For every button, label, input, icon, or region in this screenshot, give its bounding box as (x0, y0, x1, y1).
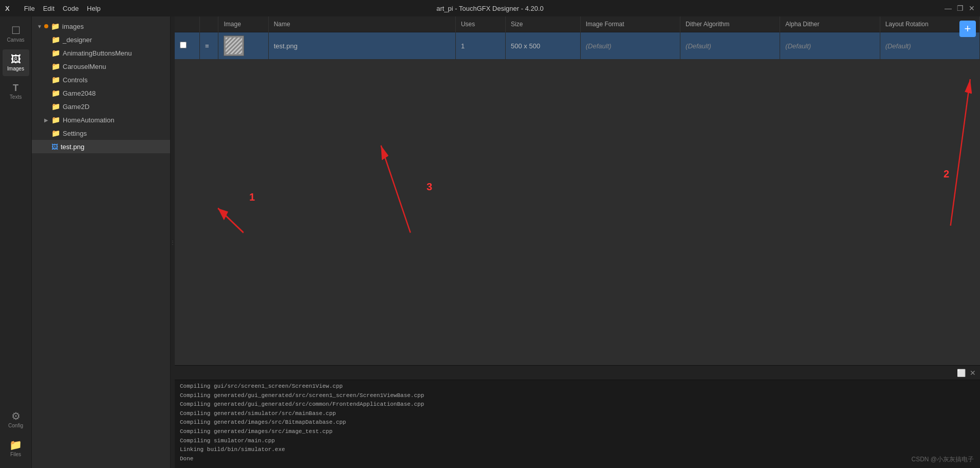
annotation-2: 2 (944, 168, 949, 180)
images-icon: 🖼 (11, 54, 21, 64)
console-line-9: Done (180, 455, 975, 464)
table-area: + Image Name Uses Size Image Format Dith… (175, 16, 980, 365)
tree-label-game2d: Game2D (63, 103, 89, 111)
canvas-icon: ☐ (11, 25, 21, 35)
minimize-button[interactable]: — (945, 4, 952, 12)
svg-line-1 (218, 208, 244, 232)
tree-item-settings[interactable]: 📁 Settings (32, 127, 170, 140)
menu-code[interactable]: Code (63, 5, 79, 12)
tree-sidebar: ▼ 📁 images 📁 _designer 📁 AnimatingButton… (32, 16, 171, 468)
tree-item-images-root[interactable]: ▼ 📁 images (32, 20, 170, 33)
cell-alpha[interactable]: (Default) (780, 32, 880, 60)
window-controls: — ❐ ✕ (945, 4, 975, 12)
tree-item-designer[interactable]: 📁 _designer (32, 33, 170, 46)
console-line-1: Compiling gui/src/screen1_screen/Screen1… (180, 382, 975, 391)
col-header-drag (200, 16, 218, 32)
content-area: + Image Name Uses Size Image Format Dith… (175, 16, 980, 468)
col-header-uses: Uses (455, 16, 505, 32)
col-header-name: Name (268, 16, 455, 32)
nav-images[interactable]: 🖼 Images (3, 49, 29, 76)
annotation-1: 1 (249, 191, 255, 203)
tree-label-game2048: Game2048 (63, 89, 96, 97)
annotation-overlay (175, 16, 980, 365)
folder-icon-settings: 📁 (51, 129, 60, 137)
col-header-alpha: Alpha Dither (780, 16, 880, 32)
tree-item-game2048[interactable]: 📁 Game2048 (32, 86, 170, 100)
folder-icon-controls: 📁 (51, 76, 60, 84)
dither-value: (Default) (686, 42, 711, 50)
console: ⬜ ✕ Compiling gui/src/screen1_screen/Scr… (175, 365, 980, 468)
cell-format[interactable]: (Default) (580, 32, 680, 60)
menu-bar: X File Edit Code Help (5, 5, 101, 12)
nav-files[interactable]: 📁 Files (3, 435, 29, 462)
main-layout: ☐ Canvas 🖼 Images T Texts ⚙ Config 📁 Fil… (0, 16, 980, 468)
config-icon: ⚙ (11, 411, 21, 421)
tree-label-images: images (62, 23, 84, 30)
tree-label-animating: AnimatingButtonsMenu (63, 49, 132, 57)
nav-canvas[interactable]: ☐ Canvas (3, 21, 29, 47)
console-line-2: Compiling generated/gui_generated/src/sc… (180, 391, 975, 401)
menu-edit[interactable]: Edit (43, 5, 54, 12)
cell-dither[interactable]: (Default) (680, 32, 780, 60)
table-header: Image Name Uses Size Image Format Dither… (175, 16, 980, 32)
modified-dot (44, 24, 48, 28)
nav-texts[interactable]: T Texts (3, 78, 29, 105)
tree-arrow-down: ▼ (37, 24, 44, 29)
tree-label-testpng: test.png (61, 143, 84, 151)
close-button[interactable]: ✕ (969, 4, 975, 12)
folder-icon-carousel: 📁 (51, 62, 60, 70)
alpha-value: (Default) (785, 42, 811, 50)
console-expand-button[interactable]: ⬜ (957, 369, 966, 377)
tree-item-homeauto[interactable]: ▶ 📁 HomeAutomation (32, 113, 170, 127)
console-line-5: Compiling generated/images/src/BitmapDat… (180, 418, 975, 427)
tree-label-controls: Controls (63, 76, 87, 84)
col-header-dither: Dither Algorithm (680, 16, 780, 32)
maximize-button[interactable]: ❐ (957, 4, 964, 12)
cell-check[interactable] (175, 32, 200, 60)
console-toolbar: ⬜ ✕ (175, 366, 980, 380)
folder-icon-game2048: 📁 (51, 89, 60, 97)
console-content: Compiling gui/src/screen1_screen/Screen1… (175, 380, 980, 468)
console-line-7: Compiling simulator/main.cpp (180, 437, 975, 446)
nav-config[interactable]: ⚙ Config (3, 406, 29, 433)
folder-icon: 📁 (51, 22, 60, 30)
table-row[interactable]: ≡ test.png 1 500 x 500 (Default) (175, 32, 980, 60)
nav-config-label: Config (8, 423, 23, 428)
tree-item-game2d[interactable]: 📁 Game2D (32, 100, 170, 113)
tree-arrow-right: ▶ (44, 117, 51, 123)
annotation-3: 3 (427, 181, 432, 193)
col-header-size: Size (506, 16, 581, 32)
files-icon: 📁 (9, 440, 22, 450)
window-title: art_pi - TouchGFX Designer - 4.20.0 (436, 5, 544, 12)
console-line-8: Linking build/bin/simulator.exe (180, 445, 975, 455)
tree-label-carousel: CarouselMenu (63, 63, 106, 70)
nav-texts-label: Texts (10, 94, 22, 100)
svg-line-2 (381, 146, 410, 233)
tree-item-carousel[interactable]: 📁 CarouselMenu (32, 60, 170, 73)
nav-files-label: Files (10, 452, 21, 457)
nav-images-label: Images (7, 66, 24, 71)
tree-item-controls[interactable]: 📁 Controls (32, 73, 170, 86)
thumbnail-preview (226, 38, 242, 54)
add-image-button[interactable]: + (959, 21, 976, 37)
col-header-check (175, 16, 200, 32)
col-header-image: Image (218, 16, 268, 32)
table-header-row: Image Name Uses Size Image Format Dither… (175, 16, 980, 32)
row-checkbox[interactable] (180, 42, 187, 48)
cell-size: 500 x 500 (506, 32, 581, 60)
resize-handle[interactable]: ⋮ (171, 16, 175, 468)
console-line-3: Compiling generated/gui_generated/src/co… (180, 400, 975, 409)
folder-icon-designer: 📁 (51, 35, 60, 44)
file-icon-testpng: 🖼 (51, 143, 58, 151)
console-close-button[interactable]: ✕ (970, 369, 976, 377)
tree-item-testpng[interactable]: 🖼 test.png (32, 140, 170, 153)
menu-help[interactable]: Help (87, 5, 101, 12)
folder-icon-game2d: 📁 (51, 102, 60, 111)
menu-file[interactable]: File (24, 5, 35, 12)
folder-icon-animating: 📁 (51, 49, 60, 57)
layout-value: (Default) (885, 42, 911, 50)
titlebar: X File Edit Code Help art_pi - TouchGFX … (0, 0, 980, 16)
folder-icon-homeauto: 📁 (51, 116, 60, 124)
tree-item-animating[interactable]: 📁 AnimatingButtonsMenu (32, 46, 170, 60)
image-thumbnail (224, 35, 244, 56)
